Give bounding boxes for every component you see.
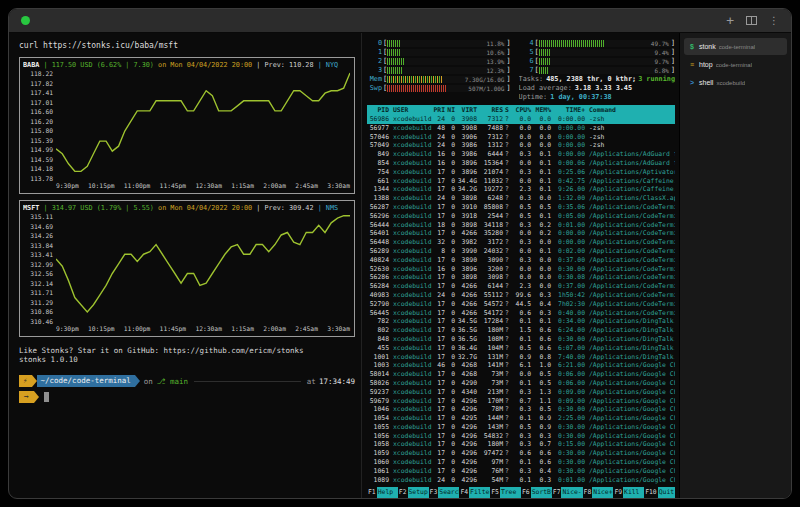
process-row[interactable]: 59237xcodebuild1704340213M?0.31.30:09.00… — [367, 388, 675, 397]
process-row[interactable]: 1058xcodebuild1704296180M?0.30.70:15.00/… — [367, 440, 675, 449]
process-row[interactable]: 1054xcodebuild1704295144M?0.10.92:25.00/… — [367, 414, 675, 423]
bracket: ] — [671, 39, 675, 48]
process-row[interactable]: 661xcodebuild17034.4G11032?0.00.10:42.75… — [367, 177, 675, 186]
menu-icon[interactable]: ⋮ — [769, 15, 779, 26]
process-row[interactable]: 1089xcodebuild240429654M?0.10.30:01.00/A… — [367, 476, 675, 485]
x-tick: 3:30am — [327, 182, 350, 191]
y-tick: 315.11 — [23, 213, 53, 220]
fkey-f5-tree[interactable]: F5Tree — [490, 487, 521, 498]
process-row[interactable]: 52790xcodebuild170426654572?44.50.47h02:… — [367, 300, 675, 309]
prompt-indicator-segment: ⚡ — [19, 375, 32, 387]
sidebar-tab-htop[interactable]: ≡htopcode-terminal — [684, 56, 787, 73]
prompt-time: 17:34:49 — [319, 377, 355, 386]
process-row[interactable]: 782xcodebuild17034.5G17284?0.10.10:34.00… — [367, 317, 675, 326]
process-row[interactable]: 56448xcodebuild32039823172?0.30.00:00.00… — [367, 238, 675, 247]
new-tab-button[interactable]: + — [726, 14, 734, 27]
fkey-f9-kill[interactable]: F9Kill — [613, 487, 644, 498]
process-row[interactable]: 59679xcodebuild1704296170M?0.71.10:09.00… — [367, 397, 675, 406]
sidebar-tab-stonk[interactable]: $stonkcode-terminal — [684, 38, 787, 55]
column-header-virt[interactable]: VIRT — [455, 105, 477, 115]
process-row[interactable]: 57046xcodebuild24039067312?0.00.00:00.00… — [367, 133, 675, 142]
fkey-f2-setup[interactable]: F2Setup — [398, 487, 429, 498]
traffic-light-green[interactable] — [21, 16, 30, 25]
y-tick: 310.86 — [23, 308, 53, 315]
cpu-percent: 9.7% — [654, 58, 668, 65]
process-row[interactable]: 1060xcodebuild170429697M?0.10.60:30.00/A… — [367, 458, 675, 467]
process-row[interactable]: 56289xcodebuild80399024032?0.00.10:02.00… — [367, 247, 675, 256]
split-pane-icon[interactable] — [746, 16, 757, 25]
command-input-line[interactable]: → — [19, 391, 355, 403]
process-row[interactable]: 40824xcodebuild17038903090?0.30.00:37.00… — [367, 256, 675, 265]
fkey-f3-search[interactable]: F3Search — [429, 487, 460, 498]
prev-close-label: | Prev: 309.42 — [256, 204, 317, 212]
bracket: ] — [671, 57, 675, 66]
cpu-bar: 9.4% — [539, 49, 671, 56]
process-row[interactable]: 58026xcodebuild170429073M?0.10.50:06.00/… — [367, 379, 675, 388]
process-row[interactable]: 57049xcodebuild24039861312?0.00.00:00.00… — [367, 141, 675, 150]
exchange-label: | NMS — [318, 204, 338, 212]
fkey-f4-filter[interactable]: F4Filter — [459, 487, 490, 498]
process-row[interactable]: 56986xcodebuild24039087312?0.00.00:00.00… — [367, 115, 675, 124]
process-row[interactable]: 849xcodebuild16039866444?0.30.10:00.00/A… — [367, 150, 675, 159]
stonks-terminal-pane[interactable]: curl https://stonks.icu/baba/msft BABA |… — [9, 33, 361, 499]
cpu-index: 1 — [367, 48, 382, 57]
fkey-f1-help[interactable]: F1Help — [367, 487, 398, 498]
process-row[interactable]: 754xcodebuild170389621074?0.30.10:25.06/… — [367, 168, 675, 177]
process-row[interactable]: 1056xcodebuild170429654832?0.30.30:30.00… — [367, 432, 675, 441]
column-header-pid[interactable]: PID — [367, 105, 389, 115]
process-row[interactable]: 56977xcodebuild48039087488?0.00.00:00.00… — [367, 124, 675, 133]
bracket: ] — [671, 66, 675, 75]
process-row[interactable]: 56296xcodebuild17039182544?0.50.10:05.00… — [367, 212, 675, 221]
process-row[interactable]: 802xcodebuild17036.5G180M?1.50.66:24.00/… — [367, 326, 675, 335]
process-row[interactable]: 1388xcodebuild24038986248?0.30.01:32.00/… — [367, 194, 675, 203]
tab-subtitle: xcodebuild — [716, 80, 745, 86]
price-line — [56, 70, 350, 182]
column-header-ni[interactable]: NI — [445, 105, 455, 115]
process-row[interactable]: 848xcodebuild17036.5G108M?0.10.60:30.00/… — [367, 335, 675, 344]
price-line-plot — [56, 70, 350, 182]
process-row[interactable]: 56444xcodebuild180389834118?0.30.20:01.0… — [367, 221, 675, 230]
y-axis-labels: 118.22117.82117.41117.01116.60116.20115.… — [23, 70, 56, 182]
htop-pane[interactable]: 0[11.8%]1[10.6%]2[13.9%]3[12.3%] Mem [ 7… — [361, 33, 679, 499]
column-header-command[interactable]: Command — [585, 105, 675, 115]
cpu-fill — [539, 40, 605, 47]
process-row[interactable]: 52630xcodebuild16038963200?0.00.00:30.00… — [367, 265, 675, 274]
column-header-pri[interactable]: PRI — [431, 105, 445, 115]
cpu-bar: 9.7% — [539, 58, 671, 65]
column-header-res[interactable]: RES — [477, 105, 503, 115]
cpu-meter-2: 2[13.9%] — [367, 57, 511, 66]
process-row[interactable]: 56287xcodebuild170391085808?0.50.50:35.0… — [367, 203, 675, 212]
process-row[interactable]: 455xcodebuild17036.4G104M?0.50.66:07.00/… — [367, 344, 675, 353]
titlebar[interactable]: + ⋮ — [9, 9, 791, 33]
process-row[interactable]: 40983xcodebuild240426655112?99.60.31h50:… — [367, 291, 675, 300]
process-row[interactable]: 1001xcodebuild17032.7G131M?0.90.87:40.00… — [367, 353, 675, 362]
github-url[interactable]: https://github.com/ericm/stonks — [164, 346, 304, 355]
fkey-f8-nice[interactable]: F8Nice+ — [583, 487, 614, 498]
y-tick: 113.78 — [23, 175, 53, 182]
process-row[interactable]: 854xcodebuild160389615364?0.00.10:00.06/… — [367, 159, 675, 168]
process-row[interactable]: 1061xcodebuild170429676M?0.30.40:30.00/A… — [367, 467, 675, 476]
fkey-f6-sortby[interactable]: F6SortBy — [521, 487, 552, 498]
process-row[interactable]: 56401xcodebuild170426635280?0.00.20:00.0… — [367, 229, 675, 238]
process-row[interactable]: 56445xcodebuild170426654172?0.60.30:40.0… — [367, 309, 675, 318]
process-row[interactable]: 1344xcodebuild17034.2G19272?2.30.19:26.0… — [367, 185, 675, 194]
arrow-icon: → — [24, 392, 29, 401]
column-header-mem[interactable]: MEM% — [531, 105, 551, 115]
process-row[interactable]: 1055xcodebuild1704296143M?0.50.90:30.00/… — [367, 423, 675, 432]
column-header-time[interactable]: TIME+ — [551, 105, 585, 115]
load-label: Load average: — [519, 84, 572, 92]
process-row[interactable]: 56284xcodebuild17042666144?2.30.00:37.00… — [367, 282, 675, 291]
x-tick: 2:00am — [263, 325, 286, 334]
process-row[interactable]: 1003xcodebuild4604268141M?6.11.06:21.00/… — [367, 361, 675, 370]
column-header-s[interactable]: S — [503, 105, 511, 115]
process-row[interactable]: 58014xcodebuild170426873M?0.00.50:06.00/… — [367, 370, 675, 379]
process-row[interactable]: 1046xcodebuild170429678M?0.30.50:30.00/A… — [367, 405, 675, 414]
process-row[interactable]: 1059xcodebuild170429697472?0.60.60:30.00… — [367, 449, 675, 458]
session-sidebar: $stonkcode-terminal≡htopcode-terminal>sh… — [679, 33, 791, 499]
fkey-f10-quit[interactable]: F10Quit — [644, 487, 675, 498]
process-row[interactable]: 56286xcodebuild17038983098?0.00.00:30.08… — [367, 273, 675, 282]
column-header-user[interactable]: USER — [389, 105, 431, 115]
fkey-f7-nice[interactable]: F7Nice- — [552, 487, 583, 498]
column-header-cpu[interactable]: CPU% — [511, 105, 531, 115]
sidebar-tab-shell[interactable]: >shellxcodebuild — [684, 74, 787, 91]
